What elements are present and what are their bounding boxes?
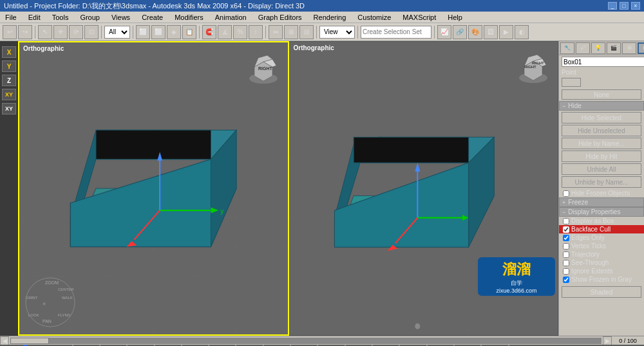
rotate-button[interactable]: ⟳ [69,25,83,39]
rp-tool-4[interactable]: 🎬 [607,42,621,54]
svg-text:RIGHT: RIGHT [258,66,273,71]
menu-views[interactable]: Views [109,14,133,21]
axis-z-button[interactable]: Z [2,75,16,86]
menu-group[interactable]: Group [77,14,102,21]
menu-tools[interactable]: Tools [50,14,71,21]
move-button[interactable]: ✛ [53,25,68,39]
menu-edit[interactable]: Edit [26,14,43,21]
activeshade[interactable]: ◐ [515,25,529,39]
object-type-row: Point [559,68,644,77]
menu-file[interactable]: File [3,14,19,21]
show-frozen-gray-checkbox[interactable] [563,277,569,283]
trajectory-checkbox[interactable] [563,251,569,258]
align-button[interactable]: ⊞ [284,25,298,39]
select-object-button[interactable]: ◈ [167,25,181,39]
nav-cube-left[interactable]: RIGHT [244,48,283,87]
scroll-position: 0 / 100 [612,338,644,344]
see-through-checkbox[interactable] [563,260,569,266]
color-swatch[interactable] [562,78,581,87]
menu-bar: File Edit Tools Group Views Create Modif… [0,12,644,23]
display-props-header[interactable]: − Display Properties [559,207,644,217]
display-as-box-row: Display as Box [559,217,644,225]
shaded-button[interactable]: Shaded [562,286,641,298]
curve-editor-button[interactable]: 📈 [437,25,451,39]
spinner-snap[interactable]: ↕ [249,25,263,39]
axis-y-button[interactable]: Y [2,60,16,72]
display-as-box-checkbox[interactable] [563,218,569,224]
menu-maxscript[interactable]: MAXScript [400,14,439,21]
rp-tool-2[interactable]: 🖊 [576,42,590,54]
ignore-extents-checkbox[interactable] [563,268,569,275]
menu-modifiers[interactable]: Modifiers [172,14,206,21]
hide-section-header[interactable]: − Hide [559,101,644,111]
hide-by-hit-button[interactable]: Hide by Hit [562,150,641,162]
mirror-button[interactable]: ⇔ [269,25,283,39]
axis-xy-button[interactable]: XY [2,89,16,100]
unhide-all-button[interactable]: Unhide All [562,163,641,175]
main-toolbar: ↩ ↪ ↖ ✛ ⟳ ⊡ All ⬜ ⬜ ◈ 📋 🧲 ∡ % ↕ ⇔ ⊞ ⊟ Vi… [0,23,644,41]
render-setup[interactable]: 🖼 [484,25,498,39]
hide-unselected-button[interactable]: Hide Unselected [562,125,641,136]
select-by-name-button[interactable]: 📋 [182,25,196,39]
rp-tool-3[interactable]: 💡 [591,42,605,54]
menu-animation[interactable]: Animation [213,14,249,21]
svg-text:RIGHT: RIGHT [524,65,536,69]
redo-button[interactable]: ↪ [18,25,32,39]
filter-dropdown[interactable]: All [104,26,130,39]
schematic-view[interactable]: 🔗 [453,25,467,39]
svg-text:FLYND: FLYND [58,313,71,317]
svg-point-65 [415,323,420,329]
hide-by-name-button[interactable]: Hide by Name... [562,138,641,149]
object-name-input[interactable] [562,57,644,67]
scroll-thumb[interactable] [10,338,49,344]
hide-selected-button[interactable]: Hide Selected [562,112,641,123]
none-button[interactable]: None [562,89,641,100]
backface-cull-checkbox[interactable] [563,226,569,233]
hide-frozen-row: Hide Frozen Objects [559,189,644,197]
layer-manager[interactable]: ⊟ [299,25,314,39]
select-button[interactable]: ↖ [38,25,52,39]
scale-button[interactable]: ⊡ [84,25,99,39]
backface-cull-label: Backface Cull [571,226,611,233]
menu-graph-editors[interactable]: Graph Editors [256,14,305,21]
axis-panel: X Y Z XY XY [0,41,18,336]
axis-xy-button-2[interactable]: XY [2,103,16,114]
toolbar-separator-7 [357,26,358,39]
axis-x-button[interactable]: X [2,46,16,58]
rp-tool-1[interactable]: 🔧 [560,42,574,54]
edges-only-checkbox[interactable] [563,235,569,241]
material-editor[interactable]: 🎨 [468,25,482,39]
view-dropdown[interactable]: View [319,26,355,39]
rp-tool-6[interactable]: 🖥 [638,42,644,54]
ignore-extents-row: Ignore Extents [559,267,644,275]
hide-frozen-checkbox[interactable] [563,190,569,197]
orbit-control-left[interactable]: ZOOM CENTER WALK FLYND PAN LOOK ORBIT ◉ [24,277,76,329]
undo-button[interactable]: ↩ [3,25,17,39]
maximize-button[interactable]: □ [620,2,629,10]
minimize-button[interactable]: _ [608,2,617,10]
selection-set-input[interactable] [361,26,431,39]
render-button[interactable]: ▶ [499,25,513,39]
viewport-left[interactable]: Orthographic RIGHT [18,41,289,336]
snaps-toggle[interactable]: 🧲 [202,25,216,39]
trajectory-row: Trajectory [559,250,644,259]
menu-create[interactable]: Create [139,14,166,21]
menu-customize[interactable]: Customize [355,14,393,21]
rp-tool-5[interactable]: ⚙ [622,42,636,54]
scroll-left-arrow[interactable]: ◀ [0,336,9,345]
horizontal-scrollbar[interactable]: ◀ ▶ 0 / 100 [0,336,644,345]
vertex-ticks-checkbox[interactable] [563,243,569,250]
unhide-by-name-button[interactable]: Unhide by Name... [562,176,641,188]
freeze-section-header[interactable]: + Freeze [559,197,644,207]
svg-marker-58 [354,137,468,163]
scroll-right-arrow[interactable]: ▶ [603,336,612,345]
angle-snap[interactable]: ∡ [218,25,232,39]
menu-help[interactable]: Help [445,14,465,21]
close-button[interactable]: × [631,2,640,10]
nav-cube-right[interactable]: RIGHT RIGHT [514,47,553,87]
scroll-track[interactable] [10,338,601,344]
select-region-button[interactable]: ⬜ [136,25,150,39]
menu-rendering[interactable]: Rendering [311,14,349,21]
percent-snap[interactable]: % [233,25,247,39]
window-crossing-button[interactable]: ⬜ [151,25,166,39]
